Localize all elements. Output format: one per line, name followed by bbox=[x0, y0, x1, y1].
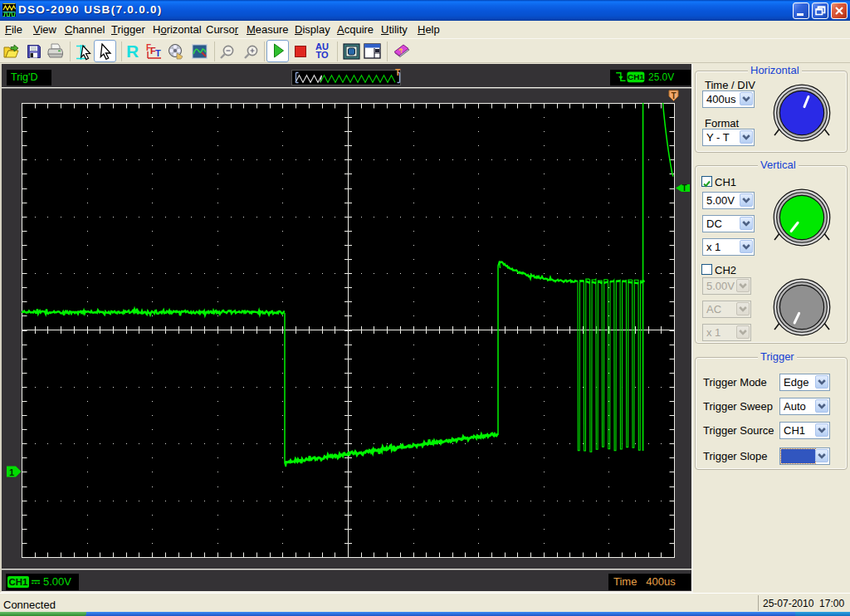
svg-text:25.0V: 25.0V bbox=[648, 71, 674, 83]
svg-text:CH1: CH1 bbox=[628, 72, 644, 81]
svg-text:T: T bbox=[681, 183, 686, 193]
svg-text:T: T bbox=[395, 68, 400, 77]
svg-text:5.00V: 5.00V bbox=[43, 575, 71, 588]
svg-text:T: T bbox=[671, 91, 676, 100]
svg-text:1: 1 bbox=[9, 467, 14, 477]
svg-text:T: T bbox=[155, 48, 161, 58]
svg-text:CH1: CH1 bbox=[8, 577, 28, 587]
